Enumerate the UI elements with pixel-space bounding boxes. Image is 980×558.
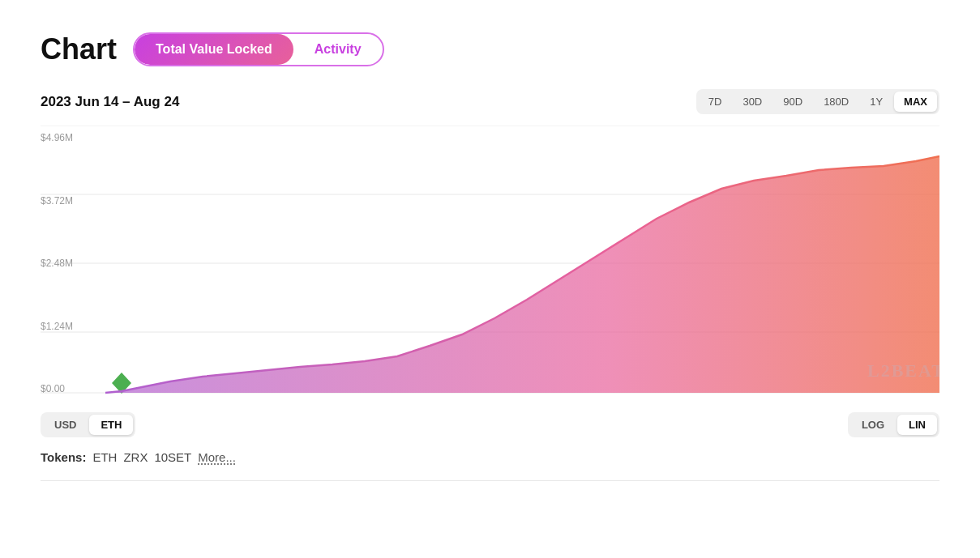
chart-title: Chart [41, 32, 117, 66]
token-eth: ETH [92, 450, 117, 464]
date-range-row: 2023 Jun 14 – Aug 24 7D 30D 90D 180D 1Y … [41, 89, 939, 114]
bottom-divider [41, 480, 939, 481]
time-btn-1y[interactable]: 1Y [860, 92, 892, 112]
time-btn-30d[interactable]: 30D [733, 92, 772, 112]
scale-btn-log[interactable]: LOG [850, 415, 896, 435]
scale-btn-lin[interactable]: LIN [897, 415, 937, 435]
time-btn-90d[interactable]: 90D [773, 92, 812, 112]
header-row: Chart Total Value Locked Activity [41, 32, 939, 66]
token-10set: 10SET [154, 450, 191, 464]
token-zrx: ZRX [123, 450, 148, 464]
time-period-group: 7D 30D 90D 180D 1Y MAX [696, 89, 939, 114]
chart-svg: L2BEAT [41, 126, 939, 401]
tab-tvl[interactable]: Total Value Locked [135, 34, 293, 65]
chart-container: $4.96M $3.72M $2.48M $1.24M $0.00 [41, 126, 939, 401]
watermark-svg: L2BEAT [867, 360, 939, 381]
scale-group: LOG LIN [848, 412, 939, 437]
time-btn-max[interactable]: MAX [894, 92, 937, 112]
chart-tab-group: Total Value Locked Activity [133, 32, 384, 66]
tab-activity[interactable]: Activity [293, 34, 383, 65]
time-btn-7d[interactable]: 7D [699, 92, 732, 112]
chart-area-fill [105, 156, 939, 393]
tokens-label: Tokens: [41, 450, 86, 464]
tokens-more-button[interactable]: More... [198, 450, 236, 464]
currency-btn-eth[interactable]: ETH [89, 415, 133, 435]
currency-group: USD ETH [41, 412, 135, 437]
time-btn-180d[interactable]: 180D [814, 92, 858, 112]
date-range-label: 2023 Jun 14 – Aug 24 [41, 94, 179, 110]
bottom-controls: USD ETH LOG LIN [41, 412, 939, 437]
tokens-row: Tokens: ETH ZRX 10SET More... [41, 450, 939, 464]
currency-btn-usd[interactable]: USD [43, 415, 88, 435]
